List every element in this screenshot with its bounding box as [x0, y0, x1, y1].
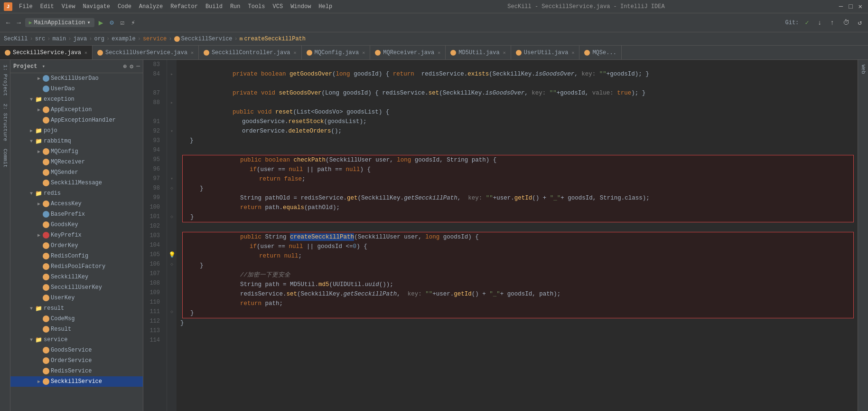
tab-seckillcontroller[interactable]: SecckillController.java ✕: [199, 46, 302, 59]
tree-item-seckillUserKey[interactable]: SecckillUserKey: [10, 282, 143, 293]
minimize-btn[interactable]: ─: [837, 3, 845, 10]
tab-close-md5util[interactable]: ✕: [503, 50, 506, 56]
tree-item-seckillUserdao[interactable]: ▶ SecKillUserDao: [10, 73, 143, 84]
close-btn[interactable]: ✕: [857, 2, 864, 10]
sidebar-settings-icon[interactable]: ⚙: [130, 63, 133, 70]
git-update-btn[interactable]: ↓: [815, 18, 824, 28]
code-editor[interactable]: 83 84 87 88 91 92 93 94 95 96 97 98 99 1…: [143, 60, 858, 411]
toolbar-forward-btn[interactable]: →: [14, 18, 23, 28]
debug-btn[interactable]: ⚙: [107, 17, 116, 28]
run-btn[interactable]: ▶: [96, 17, 106, 29]
sidebar-collapse-icon[interactable]: ─: [136, 63, 140, 70]
tab-userutil[interactable]: UserUtil.java ✕: [511, 46, 580, 59]
git-check-btn[interactable]: ✓: [803, 17, 811, 28]
tree-item-result[interactable]: ▼ 📁 result: [10, 303, 143, 314]
tree-item-mqsender[interactable]: MQSender: [10, 167, 143, 178]
tree-item-appException[interactable]: ▶ AppException: [10, 105, 143, 115]
tab-md5util[interactable]: MD5Util.java ✕: [446, 46, 511, 59]
tab-seckillservice[interactable]: SecckillService.java ✕: [0, 46, 93, 59]
menu-window[interactable]: Window: [288, 2, 314, 11]
menu-tools[interactable]: Tools: [245, 2, 268, 11]
tree-item-result2[interactable]: Result: [10, 324, 143, 335]
breadcrumb-class[interactable]: SecckillService: [174, 36, 233, 42]
breadcrumb-method[interactable]: m createSecckillPath: [240, 36, 306, 42]
breadcrumb-java[interactable]: java: [73, 36, 87, 42]
lightbulb-icon-105[interactable]: 💡: [168, 251, 176, 258]
project-tool-label[interactable]: 1: Project: [1, 62, 9, 99]
menu-file[interactable]: File: [16, 2, 36, 11]
breadcrumb-example[interactable]: example: [112, 36, 135, 42]
git-rollback-btn[interactable]: ↺: [856, 17, 864, 28]
git-history-btn[interactable]: ⏱: [840, 18, 852, 28]
tree-item-mqconfig[interactable]: ▶ MQConfig: [10, 146, 143, 157]
tree-item-codemsg[interactable]: CodeMsg: [10, 314, 143, 324]
web-tool-label[interactable]: Web: [859, 62, 867, 77]
run-config-label: MainApplication: [34, 19, 85, 26]
tree-item-seckillservice[interactable]: ▶ SeckkillService: [10, 376, 143, 387]
toolbar-back-btn[interactable]: ←: [4, 18, 12, 28]
tab-seckkilluserservice[interactable]: SecckillUserService.java ✕: [93, 46, 199, 59]
fold-icon-88[interactable]: ▸: [170, 100, 173, 105]
menu-build[interactable]: Build: [203, 2, 225, 11]
tree-item-pojo[interactable]: ▶ 📁 pojo: [10, 125, 143, 136]
tree-item-redis[interactable]: ▼ 📁 redis: [10, 188, 143, 199]
file-icon-mqconfig: [43, 148, 49, 155]
coverage-btn[interactable]: ☑: [118, 17, 127, 28]
fold-icon-92[interactable]: ▾: [170, 128, 173, 134]
structure-tool-label[interactable]: 2: Structure: [1, 101, 9, 144]
tree-item-rabbitmq[interactable]: ▼ 📁 rabbitmq: [10, 136, 143, 146]
tree-item-redisservice[interactable]: RedisService: [10, 366, 143, 376]
tab-close-mqconfig[interactable]: ✕: [362, 50, 365, 56]
menu-navigate[interactable]: Navigate: [80, 2, 113, 11]
tab-mqreceiver[interactable]: MQReceiver.java ✕: [370, 46, 446, 59]
breadcrumb-main[interactable]: main: [52, 36, 66, 42]
breadcrumb-seckill[interactable]: SecKill: [4, 36, 28, 42]
left-tool-strip: 1: Project 2: Structure Commit: [0, 60, 10, 411]
tree-item-redisconfig[interactable]: RedisConfig: [10, 251, 143, 261]
tree-item-redispoolfactory[interactable]: RedisPoolFactory: [10, 261, 143, 272]
menu-help[interactable]: Help: [316, 2, 335, 11]
tab-close-mqreceiver[interactable]: ✕: [438, 50, 440, 56]
fold-icon-84[interactable]: ▸: [170, 71, 173, 77]
menu-code[interactable]: Code: [115, 2, 134, 11]
tree-item-seckillkey[interactable]: SeckkillKey: [10, 272, 143, 282]
breadcrumb-service[interactable]: service: [143, 36, 167, 42]
tab-close-controller[interactable]: ✕: [294, 50, 297, 56]
menu-refactor[interactable]: Refactor: [168, 2, 201, 11]
tree-item-service[interactable]: ▼ 📁 service: [10, 335, 143, 345]
sidebar-locate-icon[interactable]: ⊕: [123, 63, 127, 70]
run-config-selector[interactable]: ▶ MainApplication ▾: [25, 18, 94, 27]
menu-run[interactable]: Run: [227, 2, 243, 11]
tree-item-mqreceiver[interactable]: MQReceiver: [10, 157, 143, 167]
tree-item-goodskey[interactable]: GoodsKey: [10, 220, 143, 230]
menu-edit[interactable]: Edit: [37, 2, 57, 11]
tab-close-seckillservice[interactable]: ✕: [84, 50, 87, 56]
tree-item-goodsservice[interactable]: GoodsService: [10, 345, 143, 355]
maximize-btn[interactable]: □: [847, 3, 854, 10]
tree-item-userkey[interactable]: UserKey: [10, 293, 143, 303]
git-push-btn[interactable]: ↑: [828, 18, 836, 28]
menu-analyze[interactable]: Analyze: [136, 2, 166, 11]
profile-btn[interactable]: ⚡: [129, 17, 137, 28]
tree-item-orderkey[interactable]: OrderKey: [10, 240, 143, 251]
red-box-1: public boolean checkPath(SeckkillUser us…: [182, 155, 854, 222]
tree-item-userDao[interactable]: UserDao: [10, 84, 143, 94]
tree-item-orderservice[interactable]: OrderService: [10, 355, 143, 366]
tree-item-baseprefix[interactable]: BasePrefix: [10, 209, 143, 220]
tree-item-accesskey[interactable]: ▶ AccessKey: [10, 199, 143, 209]
tree-item-exception[interactable]: ▼ 📁 exception: [10, 94, 143, 105]
fold-icon-97[interactable]: ▾: [170, 176, 173, 182]
commit-tool-label[interactable]: Commit: [1, 146, 9, 171]
menu-view[interactable]: View: [59, 2, 78, 11]
breadcrumb-src[interactable]: src: [35, 36, 46, 42]
tab-mqconfig[interactable]: MQConfig.java ✕: [302, 46, 371, 59]
tab-close-userutil[interactable]: ✕: [571, 50, 574, 56]
tree-item-appExceptionHandler[interactable]: AppExceptionHandler: [10, 115, 143, 125]
tab-mqse[interactable]: MQSe...: [579, 46, 621, 59]
menu-vcs[interactable]: VCS: [270, 2, 286, 11]
project-dropdown-icon[interactable]: ▾: [42, 63, 45, 69]
breadcrumb-org[interactable]: org: [94, 36, 104, 42]
tab-close-userservice[interactable]: ✕: [191, 50, 194, 56]
tree-item-keyprefix[interactable]: ▶ KeyPrefix: [10, 230, 143, 240]
tree-item-seckillmessage[interactable]: SeckkillMessage: [10, 178, 143, 188]
